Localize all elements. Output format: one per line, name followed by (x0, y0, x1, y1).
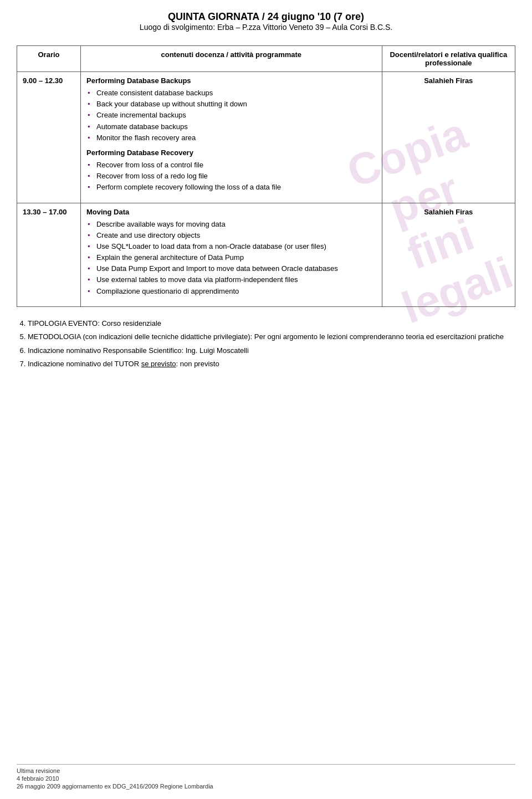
table-row: 9.00 – 12.30 Performing Database Backups… (17, 72, 515, 203)
footer-line-1: Ultima revisione (17, 767, 515, 774)
time-cell-2: 13.30 – 17.00 (17, 203, 81, 306)
section-performing-backups-title: Performing Database Backups (86, 76, 376, 85)
page-header: QUINTA GIORNATA / 24 giugno '10 (7 ore) … (17, 11, 515, 32)
bullet-item: Automate database backups (86, 122, 376, 132)
docente-cell-1: Salahieh Firas (382, 72, 515, 203)
bullet-item: Use SQL*Loader to load data from a non-O… (86, 242, 376, 252)
subtitle: Luogo di svolgimento: Erba – P.zza Vitto… (17, 23, 515, 32)
footer-item-6: Indicazione nominativo Responsabile Scie… (28, 345, 515, 356)
table-row: 13.30 – 17.00 Moving Data Describe avail… (17, 203, 515, 306)
bullet-item: Use external tables to move data via pla… (86, 275, 376, 285)
bullet-item: Recover from loss of a redo log file (86, 171, 376, 181)
bullet-item: Create consistent database backups (86, 88, 376, 98)
bullet-item: Explain the general architecture of Data… (86, 253, 376, 263)
footer-item-5: METODOLOGIA (con indicazioni delle tecni… (28, 331, 515, 342)
bullet-item: Monitor the flash recovery area (86, 133, 376, 143)
footer-item-7: Indicazione nominativo del TUTOR se prev… (28, 358, 515, 370)
col-header-orario: Orario (17, 46, 81, 72)
bullet-item: Back your database up without shutting i… (86, 99, 376, 109)
bottom-footer: Ultima revisione 4 febbraio 2010 26 magg… (17, 764, 515, 791)
bullet-item: Use Data Pump Export and Import to move … (86, 264, 376, 274)
content-cell-2: Moving Data Describe available ways for … (80, 203, 382, 306)
bullet-item: Compilazione questionario di apprendimen… (86, 286, 376, 296)
col-header-docenti: Docenti/relatori e relativa qualifica pr… (382, 46, 515, 72)
content-cell-1: Performing Database Backups Create consi… (80, 72, 382, 203)
footer-item-4: TIPOLOGIA EVENTO: Corso residenziale (28, 318, 515, 329)
recovery-bullet-list: Recover from loss of a control file Reco… (86, 160, 376, 193)
col-header-contenuti: contenuti docenza / attività programmate (80, 46, 382, 72)
docente-cell-2: Salahieh Firas (382, 203, 515, 306)
footer-line-2: 4 febbraio 2010 (17, 775, 515, 782)
bullet-item: Create and use directory objects (86, 231, 376, 240)
footer-notes: TIPOLOGIA EVENTO: Corso residenziale MET… (17, 318, 515, 370)
section-performing-recovery-title: Performing Database Recovery (86, 148, 376, 157)
main-title: QUINTA GIORNATA / 24 giugno '10 (7 ore) (17, 11, 515, 23)
bullet-item: Describe available ways for moving data (86, 219, 376, 229)
moving-data-bullet-list: Describe available ways for moving data … (86, 219, 376, 296)
backups-bullet-list: Create consistent database backups Back … (86, 88, 376, 143)
time-cell-1: 9.00 – 12.30 (17, 72, 81, 203)
bullet-item: Create incremental backups (86, 110, 376, 120)
bullet-item: Recover from loss of a control file (86, 160, 376, 170)
section-moving-data-title: Moving Data (86, 208, 376, 216)
footer-line-3: 26 maggio 2009 aggiornamento ex DDG_2416… (17, 783, 515, 790)
tutor-underline: se previsto (141, 360, 176, 368)
schedule-table: Orario contenuti docenza / attività prog… (17, 45, 515, 307)
bullet-item: Perform complete recovery following the … (86, 182, 376, 192)
